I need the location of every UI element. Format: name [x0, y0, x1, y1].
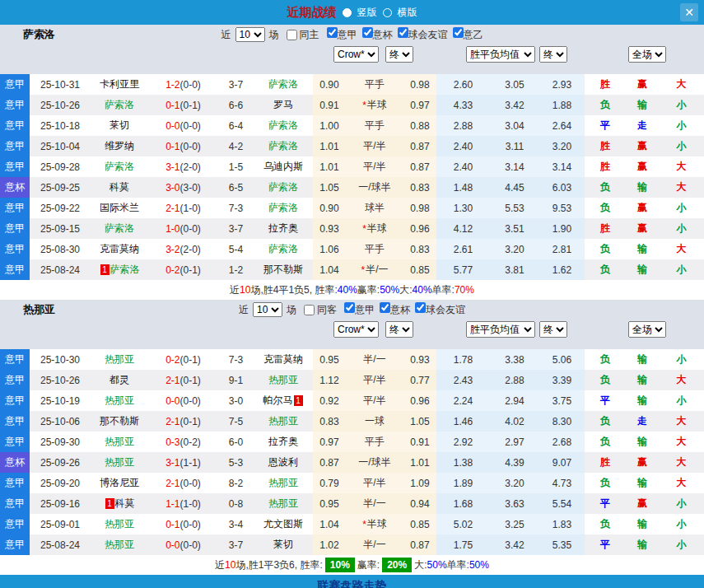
match-type-badge: 意甲	[0, 239, 30, 259]
league-checkbox[interactable]	[344, 302, 355, 313]
corner-score: 0-8	[218, 493, 254, 514]
avg-away-odds: 1.90	[539, 218, 585, 239]
table-row: 意杯25-09-26热那亚3-1(1-1)5-3恩波利0.87一/球半1.011…	[0, 452, 704, 473]
close-icon[interactable]: ✕	[680, 3, 698, 21]
match-count-select[interactable]: 10	[253, 302, 282, 317]
home-odds: 0.97	[313, 432, 346, 452]
result-wdl-value: 负	[600, 414, 610, 428]
summary-segment: 大:	[399, 283, 412, 297]
result-handicap: 输	[626, 534, 659, 555]
league-checkbox[interactable]	[327, 27, 338, 38]
horizontal-layout-radio[interactable]	[383, 8, 392, 17]
handicap-final-select[interactable]: 终	[385, 46, 413, 63]
result-handicap: 赢	[626, 136, 659, 156]
result-wdl: 负	[585, 198, 626, 218]
handicap-text: 半/一	[366, 263, 388, 277]
bottom-nav-bar[interactable]: 联赛盘路走势	[0, 575, 704, 588]
league-checkbox[interactable]	[362, 27, 373, 38]
odds-company-select[interactable]: Crow*	[333, 46, 379, 63]
result-goals-value: 小	[677, 394, 687, 408]
avg-draw-odds: 3.42	[490, 534, 539, 555]
match-count-select[interactable]: 10	[235, 27, 265, 42]
result-handicap: 赢	[626, 198, 659, 218]
table-row: 意甲25-10-19热那亚0-0(0-0)3-0帕尔马10.92平/半0.962…	[0, 390, 704, 411]
corner-score: 5-3	[218, 452, 254, 473]
same-venue-checkbox[interactable]	[304, 305, 315, 315]
home-odds: 0.92	[313, 390, 346, 411]
away-odds: 0.96	[403, 218, 436, 239]
avg-home-odds: 2.24	[436, 390, 490, 411]
scope-select[interactable]: 全场	[628, 46, 666, 63]
match-score: 2-1(0-0)	[148, 473, 218, 493]
result-wdl-value: 胜	[600, 160, 610, 174]
result-goals: 小	[659, 534, 704, 555]
match-date: 25-10-06	[30, 411, 91, 432]
result-goals: 大	[659, 370, 704, 390]
avg-home-odds: 2.60	[436, 74, 490, 95]
home-odds: 1.12	[313, 370, 346, 390]
result-wdl: 负	[585, 349, 626, 370]
fulltime-score: 2-1	[166, 203, 179, 214]
avg-home-odds: 4.12	[436, 218, 490, 239]
result-wdl-value: 负	[600, 98, 610, 112]
handicap-line: *半球	[346, 95, 403, 115]
home-odds: 1.06	[313, 239, 346, 259]
result-goals: 大	[659, 452, 704, 473]
matches-label: 场	[269, 28, 279, 42]
sections-container: 萨索洛 近 10 场 同主 意甲意杯球会友谊意乙 Crow* 终 胜平负均值 终…	[0, 25, 704, 575]
avg-odds-select[interactable]: 胜平负均值	[466, 46, 535, 63]
match-date: 25-09-01	[30, 514, 91, 534]
team-label: 恩波利	[268, 455, 298, 469]
avg-away-odds: 1.88	[539, 95, 585, 115]
summary-segment: 大:	[414, 558, 427, 572]
avg-final-select[interactable]: 终	[539, 321, 567, 338]
result-goals: 大	[659, 411, 704, 432]
handicap-text: 半球	[367, 98, 387, 112]
summary-segment: 单率:	[447, 558, 469, 572]
home-odds: 0.91	[313, 95, 346, 115]
avg-final-select[interactable]: 终	[539, 46, 567, 63]
filter-bar: 热那亚 近 10 场 同客 意甲意杯球会友谊	[0, 300, 704, 320]
away-team: 拉齐奥	[254, 218, 313, 239]
away-team: 热那亚	[254, 473, 313, 493]
league-checkbox[interactable]	[380, 302, 390, 313]
handicap-line: 平手	[346, 74, 403, 95]
league-checkbox[interactable]	[398, 27, 408, 38]
result-wdl: 平	[585, 390, 626, 411]
corner-score: 1-2	[218, 259, 254, 280]
vertical-layout-label[interactable]: 竖版	[357, 6, 377, 20]
odds-company-select[interactable]: Crow*	[333, 321, 379, 338]
home-team: 热那亚	[91, 534, 148, 555]
bottom-nav-label[interactable]: 联赛盘路走势	[318, 579, 387, 588]
avg-draw-odds: 3.42	[490, 95, 539, 115]
match-type-badge: 意甲	[0, 493, 30, 514]
match-type-badge: 意甲	[0, 473, 30, 493]
result-wdl-value: 平	[600, 119, 610, 133]
avg-odds-select[interactable]: 胜平负均值	[466, 321, 535, 338]
league-checkbox[interactable]	[453, 27, 464, 38]
handicap-final-select[interactable]: 终	[385, 321, 413, 338]
team-label: 罗马	[273, 98, 293, 112]
away-odds: 1.05	[403, 411, 436, 432]
table-row: 意甲25-10-26都灵2-1(0-1)9-1热那亚1.12平/半0.772.4…	[0, 370, 704, 390]
match-score: 3-1(2-0)	[148, 156, 218, 177]
halftime-score: (0-0)	[180, 395, 201, 407]
avg-away-odds: 2.93	[539, 74, 585, 95]
handicap-text: 平/半	[363, 476, 385, 490]
filter-controls: 近 10 场 同客 意甲意杯球会友谊	[239, 302, 465, 317]
result-goals: 小	[659, 136, 704, 156]
table-row: 意甲25-10-30热那亚0-2(0-1)7-3克雷莫纳0.95半/一0.931…	[0, 349, 704, 370]
scope-select[interactable]: 全场	[628, 321, 666, 338]
match-type-badge: 意甲	[0, 514, 30, 534]
match-date: 25-09-30	[30, 432, 91, 452]
result-wdl-value: 平	[600, 394, 610, 408]
avg-home-odds: 1.38	[436, 452, 490, 473]
horizontal-layout-label[interactable]: 横版	[398, 6, 417, 20]
league-checkbox[interactable]	[415, 302, 426, 313]
vertical-layout-radio[interactable]	[343, 8, 352, 17]
same-venue-checkbox[interactable]	[287, 30, 297, 40]
col-result	[585, 44, 626, 74]
team-label: 萨索洛	[268, 119, 298, 133]
result-wdl: 胜	[585, 156, 626, 177]
avg-draw-odds: 4.02	[490, 411, 539, 432]
